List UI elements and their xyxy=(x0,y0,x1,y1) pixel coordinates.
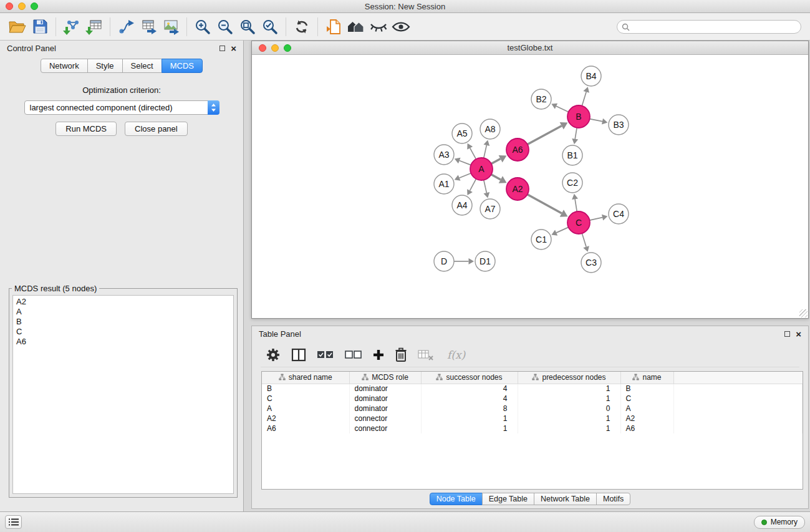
tab-network-table[interactable]: Network Table xyxy=(534,493,597,505)
edge-A6-B[interactable] xyxy=(528,122,568,144)
zoom-window-button[interactable] xyxy=(31,2,38,10)
graph-node-B2[interactable]: B2 xyxy=(531,89,551,109)
delete-table-button[interactable] xyxy=(418,349,434,361)
table-row[interactable]: A2connector11A2 xyxy=(262,414,803,423)
edge-A-A8[interactable] xyxy=(484,140,490,158)
graph-node-C3[interactable]: C3 xyxy=(581,253,601,273)
task-history-button[interactable] xyxy=(5,515,22,529)
graph-node-C4[interactable]: C4 xyxy=(609,204,629,224)
refresh-button[interactable] xyxy=(291,16,313,37)
edge-A2-C[interactable] xyxy=(528,195,568,217)
zoom-network-window-button[interactable] xyxy=(284,44,291,52)
edge-A-A4[interactable] xyxy=(467,179,476,195)
zoom-fit-button[interactable] xyxy=(236,16,259,37)
table-row[interactable]: Adominator80A xyxy=(262,404,803,414)
graph-node-B4[interactable]: B4 xyxy=(581,66,601,86)
graph-node-A[interactable]: A xyxy=(470,158,493,180)
network-graph[interactable]: B4B2BB3A5A8A6A3B1AC2A1A2A4A7C4CC1DD1C3 xyxy=(252,56,808,319)
table-row[interactable]: Bdominator41B xyxy=(262,384,803,394)
select-all-button[interactable] xyxy=(317,350,334,360)
show-columns-button[interactable] xyxy=(291,348,306,362)
zoom-selected-button[interactable] xyxy=(259,16,281,37)
resize-grip-icon[interactable] xyxy=(799,309,808,317)
minimize-network-window-button[interactable] xyxy=(271,44,279,52)
show-details-button[interactable] xyxy=(390,16,412,37)
graph-node-B3[interactable]: B3 xyxy=(609,115,629,135)
network-canvas[interactable]: B4B2BB3A5A8A6A3B1AC2A1A2A4A7C4CC1DD1C3 xyxy=(252,56,808,318)
tab-node-table[interactable]: Node Table xyxy=(430,493,483,505)
criterion-dropdown[interactable]: largest connected component (directed) xyxy=(24,100,219,115)
close-panel-button[interactable]: Close panel xyxy=(125,122,188,136)
column-header-shared-name[interactable]: shared name xyxy=(262,372,349,384)
mcds-result-item[interactable]: A xyxy=(16,307,230,317)
table-row[interactable]: Cdominator41C xyxy=(262,394,803,404)
export-table-button[interactable] xyxy=(137,16,160,37)
function-builder-button[interactable]: f(x) xyxy=(447,349,465,361)
graph-node-B[interactable]: B xyxy=(567,105,590,128)
close-network-window-button[interactable] xyxy=(259,44,266,52)
run-mcds-button[interactable]: Run MCDS xyxy=(55,122,117,136)
edge-A-A6[interactable] xyxy=(491,155,507,164)
memory-button[interactable]: Memory xyxy=(754,516,805,529)
unselect-all-button[interactable] xyxy=(345,350,362,360)
graph-node-C[interactable]: C xyxy=(567,211,590,234)
column-header-successor-nodes[interactable]: successor nodes xyxy=(421,372,518,384)
save-session-button[interactable] xyxy=(29,16,51,37)
edge-B-B2[interactable] xyxy=(551,104,568,112)
tab-style[interactable]: Style xyxy=(87,59,123,73)
export-network-button[interactable] xyxy=(115,16,137,37)
delete-row-button[interactable] xyxy=(395,347,407,362)
edge-A-A2[interactable] xyxy=(491,175,507,183)
search-input[interactable] xyxy=(617,20,801,34)
graph-node-A6[interactable]: A6 xyxy=(506,138,529,161)
float-panel-icon[interactable] xyxy=(219,46,225,51)
tab-select[interactable]: Select xyxy=(122,59,162,73)
open-file-button[interactable] xyxy=(322,16,345,37)
edge-A-A3[interactable] xyxy=(455,158,471,165)
open-session-button[interactable] xyxy=(6,16,29,37)
graph-node-D1[interactable]: D1 xyxy=(475,251,495,271)
tab-mcds[interactable]: MCDS xyxy=(162,59,203,73)
edge-C-C4[interactable] xyxy=(590,215,608,221)
mcds-result-item[interactable]: B xyxy=(16,317,230,327)
edge-B-B1[interactable] xyxy=(572,128,578,144)
close-window-button[interactable] xyxy=(6,2,13,10)
graph-node-A8[interactable]: A8 xyxy=(480,119,500,139)
add-row-button[interactable] xyxy=(373,349,384,360)
graph-node-D[interactable]: D xyxy=(434,251,454,271)
graph-node-A4[interactable]: A4 xyxy=(452,195,472,215)
export-image-button[interactable] xyxy=(160,16,182,37)
tab-edge-table[interactable]: Edge Table xyxy=(482,493,534,505)
tab-network[interactable]: Network xyxy=(41,59,88,73)
edge-A-A5[interactable] xyxy=(467,143,476,159)
zoom-in-button[interactable] xyxy=(191,16,214,37)
network-window-titlebar[interactable]: testGlobe.txt xyxy=(252,41,808,55)
graph-node-A7[interactable]: A7 xyxy=(480,199,500,219)
zoom-out-button[interactable] xyxy=(214,16,236,37)
table-settings-button[interactable] xyxy=(266,347,281,362)
edge-D-D1[interactable] xyxy=(454,258,474,264)
edge-C-C1[interactable] xyxy=(551,227,568,235)
mcds-result-item[interactable]: A2 xyxy=(16,297,230,307)
edge-A-A1[interactable] xyxy=(455,173,471,181)
toggle-birds-eye-button[interactable] xyxy=(367,16,390,37)
edge-C-C2[interactable] xyxy=(572,194,578,211)
edge-B-B3[interactable] xyxy=(590,118,608,125)
edge-A-A7[interactable] xyxy=(484,180,490,198)
mcds-result-item[interactable]: C xyxy=(16,327,230,337)
mcds-result-item[interactable]: A6 xyxy=(16,337,230,347)
column-header-name[interactable]: name xyxy=(620,372,673,384)
import-table-button[interactable] xyxy=(83,16,105,37)
column-header-MCDS-role[interactable]: MCDS role xyxy=(349,372,421,384)
graph-node-A5[interactable]: A5 xyxy=(452,123,472,143)
float-table-panel-icon[interactable] xyxy=(784,331,790,337)
table-row[interactable]: A6connector11A6 xyxy=(262,423,803,433)
graph-node-C1[interactable]: C1 xyxy=(531,230,551,249)
tab-motifs[interactable]: Motifs xyxy=(596,493,630,505)
graph-node-C2[interactable]: C2 xyxy=(562,173,582,193)
graph-node-A1[interactable]: A1 xyxy=(434,174,454,194)
edge-B-B4[interactable] xyxy=(582,87,589,106)
graph-node-A2[interactable]: A2 xyxy=(506,178,529,200)
home-view-button[interactable] xyxy=(345,16,367,37)
graph-node-B1[interactable]: B1 xyxy=(562,145,582,165)
